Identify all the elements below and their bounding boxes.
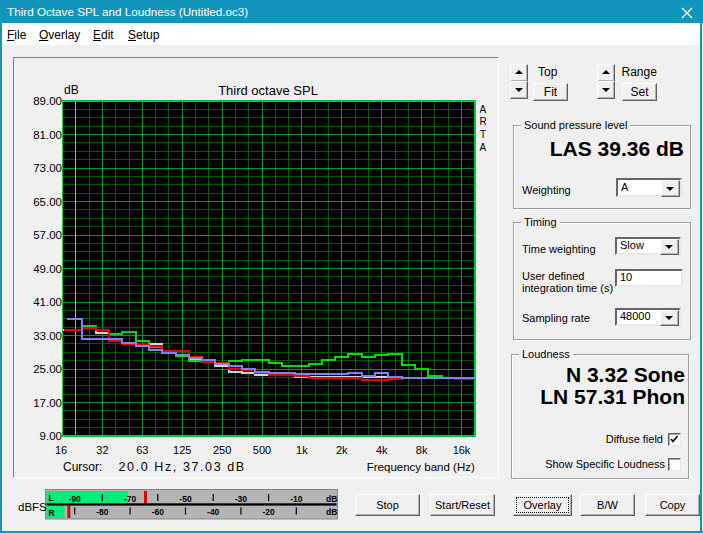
- svg-text:A: A: [480, 104, 487, 115]
- svg-text:-10: -10: [290, 494, 303, 504]
- svg-text:89.00: 89.00: [33, 95, 62, 107]
- svg-text:-40: -40: [207, 507, 220, 517]
- svg-text:250: 250: [213, 444, 231, 456]
- svg-text:73.00: 73.00: [33, 162, 62, 174]
- svg-text:T: T: [480, 129, 486, 140]
- svg-text:dB: dB: [326, 494, 337, 504]
- svg-text:Frequency band (Hz): Frequency band (Hz): [367, 461, 475, 473]
- svg-text:Third octave SPL: Third octave SPL: [218, 83, 318, 98]
- svg-text:dB: dB: [326, 507, 337, 517]
- svg-text:dB: dB: [64, 83, 79, 97]
- svg-text:9.00: 9.00: [40, 430, 62, 442]
- svg-text:32: 32: [96, 444, 108, 456]
- svg-text:-60: -60: [151, 507, 164, 517]
- svg-text:33.00: 33.00: [33, 330, 62, 342]
- svg-text:16: 16: [55, 444, 67, 456]
- svg-text:Cursor:: Cursor:: [63, 460, 102, 474]
- svg-text:17.00: 17.00: [33, 397, 62, 409]
- svg-text:-50: -50: [179, 494, 192, 504]
- svg-text:A: A: [480, 142, 487, 153]
- svg-text:81.00: 81.00: [33, 129, 62, 141]
- svg-text:49.00: 49.00: [33, 263, 62, 275]
- svg-text:-80: -80: [96, 507, 109, 517]
- svg-text:-30: -30: [234, 494, 247, 504]
- svg-text:20.0 Hz, 37.03 dB: 20.0 Hz, 37.03 dB: [119, 460, 246, 474]
- svg-text:-70: -70: [123, 494, 136, 504]
- svg-text:16k: 16k: [453, 444, 471, 456]
- svg-text:1k: 1k: [296, 444, 308, 456]
- svg-text:63: 63: [136, 444, 148, 456]
- svg-text:500: 500: [253, 444, 271, 456]
- svg-text:41.00: 41.00: [33, 296, 62, 308]
- svg-text:8k: 8k: [416, 444, 428, 456]
- svg-text:25.00: 25.00: [33, 363, 62, 375]
- svg-text:65.00: 65.00: [33, 196, 62, 208]
- svg-text:L: L: [48, 493, 53, 503]
- svg-text:-20: -20: [262, 507, 275, 517]
- svg-text:4k: 4k: [376, 444, 388, 456]
- svg-text:R: R: [480, 116, 487, 127]
- svg-text:2k: 2k: [336, 444, 348, 456]
- svg-text:-90: -90: [68, 494, 81, 504]
- svg-text:R: R: [48, 508, 54, 518]
- svg-text:57.00: 57.00: [33, 229, 62, 241]
- svg-text:125: 125: [173, 444, 191, 456]
